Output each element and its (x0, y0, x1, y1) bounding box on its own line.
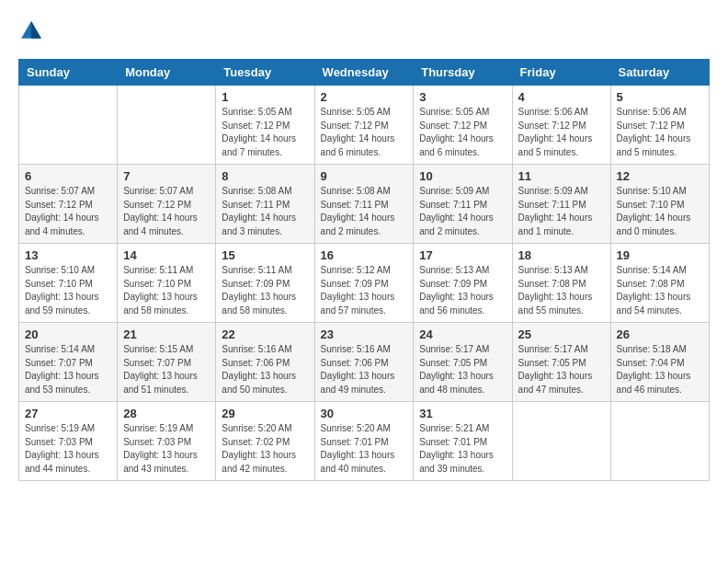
day-number: 11 (518, 169, 605, 183)
calendar-cell: 17Sunrise: 5:13 AM Sunset: 7:09 PM Dayli… (414, 244, 512, 323)
day-info: Sunrise: 5:06 AM Sunset: 7:12 PM Dayligh… (617, 106, 703, 159)
day-number: 10 (419, 169, 506, 183)
day-info: Sunrise: 5:12 AM Sunset: 7:09 PM Dayligh… (321, 264, 408, 317)
day-info: Sunrise: 5:14 AM Sunset: 7:07 PM Dayligh… (25, 343, 111, 396)
calendar-cell: 31Sunrise: 5:21 AM Sunset: 7:01 PM Dayli… (414, 402, 512, 481)
weekday-header-monday: Monday (118, 60, 216, 86)
day-info: Sunrise: 5:21 AM Sunset: 7:01 PM Dayligh… (419, 422, 506, 476)
day-number: 9 (321, 169, 408, 183)
calendar-cell (512, 402, 610, 481)
calendar-cell: 22Sunrise: 5:16 AM Sunset: 7:06 PM Dayli… (216, 323, 314, 402)
weekday-header-sunday: Sunday (19, 60, 118, 86)
day-info: Sunrise: 5:18 AM Sunset: 7:04 PM Dayligh… (617, 343, 703, 396)
day-info: Sunrise: 5:05 AM Sunset: 7:12 PM Dayligh… (222, 106, 308, 159)
day-number: 12 (617, 169, 703, 183)
day-info: Sunrise: 5:10 AM Sunset: 7:10 PM Dayligh… (617, 185, 703, 238)
weekday-header-thursday: Thursday (414, 60, 512, 86)
day-info: Sunrise: 5:17 AM Sunset: 7:05 PM Dayligh… (419, 343, 506, 396)
calendar-cell: 9Sunrise: 5:08 AM Sunset: 7:11 PM Daylig… (314, 165, 414, 244)
day-info: Sunrise: 5:14 AM Sunset: 7:08 PM Dayligh… (617, 264, 703, 317)
day-info: Sunrise: 5:19 AM Sunset: 7:03 PM Dayligh… (25, 422, 111, 476)
day-info: Sunrise: 5:05 AM Sunset: 7:12 PM Dayligh… (321, 106, 408, 159)
calendar-cell: 15Sunrise: 5:11 AM Sunset: 7:09 PM Dayli… (216, 244, 314, 323)
day-info: Sunrise: 5:06 AM Sunset: 7:12 PM Dayligh… (518, 106, 605, 159)
day-info: Sunrise: 5:20 AM Sunset: 7:01 PM Dayligh… (321, 422, 408, 476)
calendar-cell: 4Sunrise: 5:06 AM Sunset: 7:12 PM Daylig… (512, 86, 610, 165)
calendar-cell (118, 86, 216, 165)
day-number: 18 (518, 248, 605, 262)
calendar-week-2: 6Sunrise: 5:07 AM Sunset: 7:12 PM Daylig… (19, 165, 710, 244)
day-number: 26 (617, 327, 703, 341)
calendar-cell: 3Sunrise: 5:05 AM Sunset: 7:12 PM Daylig… (414, 86, 512, 165)
day-info: Sunrise: 5:09 AM Sunset: 7:11 PM Dayligh… (419, 185, 506, 238)
calendar-cell: 18Sunrise: 5:13 AM Sunset: 7:08 PM Dayli… (512, 244, 610, 323)
calendar-cell: 12Sunrise: 5:10 AM Sunset: 7:10 PM Dayli… (610, 165, 709, 244)
day-number: 30 (321, 407, 408, 420)
day-number: 14 (123, 248, 210, 262)
calendar-week-1: 1Sunrise: 5:05 AM Sunset: 7:12 PM Daylig… (19, 86, 710, 165)
day-number: 31 (419, 407, 506, 420)
weekday-header-wednesday: Wednesday (314, 60, 414, 86)
day-info: Sunrise: 5:07 AM Sunset: 7:12 PM Dayligh… (123, 185, 210, 238)
weekday-header-friday: Friday (512, 60, 610, 86)
logo-icon (18, 18, 44, 44)
calendar-cell: 21Sunrise: 5:15 AM Sunset: 7:07 PM Dayli… (118, 323, 216, 402)
calendar-table: SundayMondayTuesdayWednesdayThursdayFrid… (18, 59, 710, 481)
calendar-cell: 13Sunrise: 5:10 AM Sunset: 7:10 PM Dayli… (19, 244, 118, 323)
calendar-week-3: 13Sunrise: 5:10 AM Sunset: 7:10 PM Dayli… (19, 244, 710, 323)
day-info: Sunrise: 5:16 AM Sunset: 7:06 PM Dayligh… (321, 343, 408, 396)
day-info: Sunrise: 5:17 AM Sunset: 7:05 PM Dayligh… (518, 343, 605, 396)
day-number: 22 (222, 327, 308, 341)
calendar-cell: 28Sunrise: 5:19 AM Sunset: 7:03 PM Dayli… (118, 402, 216, 481)
calendar-cell: 29Sunrise: 5:20 AM Sunset: 7:02 PM Dayli… (216, 402, 314, 481)
day-info: Sunrise: 5:20 AM Sunset: 7:02 PM Dayligh… (222, 422, 308, 476)
day-number: 24 (419, 327, 506, 341)
calendar-body: 1Sunrise: 5:05 AM Sunset: 7:12 PM Daylig… (19, 86, 710, 481)
day-info: Sunrise: 5:08 AM Sunset: 7:11 PM Dayligh… (222, 185, 308, 238)
calendar-cell: 23Sunrise: 5:16 AM Sunset: 7:06 PM Dayli… (314, 323, 414, 402)
day-info: Sunrise: 5:07 AM Sunset: 7:12 PM Dayligh… (25, 185, 111, 238)
calendar-week-4: 20Sunrise: 5:14 AM Sunset: 7:07 PM Dayli… (19, 323, 710, 402)
day-number: 1 (222, 90, 308, 104)
calendar-header: SundayMondayTuesdayWednesdayThursdayFrid… (19, 60, 710, 86)
calendar-cell: 1Sunrise: 5:05 AM Sunset: 7:12 PM Daylig… (216, 86, 314, 165)
day-number: 13 (25, 248, 111, 262)
day-info: Sunrise: 5:10 AM Sunset: 7:10 PM Dayligh… (25, 264, 111, 317)
calendar-cell: 2Sunrise: 5:05 AM Sunset: 7:12 PM Daylig… (314, 86, 414, 165)
day-number: 16 (321, 248, 408, 262)
day-number: 28 (123, 407, 210, 420)
day-number: 19 (617, 248, 703, 262)
calendar-cell: 10Sunrise: 5:09 AM Sunset: 7:11 PM Dayli… (414, 165, 512, 244)
calendar-cell: 16Sunrise: 5:12 AM Sunset: 7:09 PM Dayli… (314, 244, 414, 323)
day-number: 8 (222, 169, 308, 183)
calendar-cell: 25Sunrise: 5:17 AM Sunset: 7:05 PM Dayli… (512, 323, 610, 402)
day-number: 27 (25, 407, 111, 420)
page-header (18, 18, 710, 44)
day-info: Sunrise: 5:08 AM Sunset: 7:11 PM Dayligh… (321, 185, 408, 238)
day-number: 21 (123, 327, 210, 341)
day-number: 5 (617, 90, 703, 104)
day-number: 29 (222, 407, 308, 420)
day-info: Sunrise: 5:19 AM Sunset: 7:03 PM Dayligh… (123, 422, 210, 476)
day-info: Sunrise: 5:11 AM Sunset: 7:10 PM Dayligh… (123, 264, 210, 317)
calendar-cell (610, 402, 709, 481)
day-number: 3 (419, 90, 506, 104)
day-info: Sunrise: 5:15 AM Sunset: 7:07 PM Dayligh… (123, 343, 210, 396)
calendar-cell: 6Sunrise: 5:07 AM Sunset: 7:12 PM Daylig… (19, 165, 118, 244)
calendar-cell: 11Sunrise: 5:09 AM Sunset: 7:11 PM Dayli… (512, 165, 610, 244)
day-info: Sunrise: 5:13 AM Sunset: 7:08 PM Dayligh… (518, 264, 605, 317)
calendar-cell: 24Sunrise: 5:17 AM Sunset: 7:05 PM Dayli… (414, 323, 512, 402)
day-number: 15 (222, 248, 308, 262)
day-number: 23 (321, 327, 408, 341)
logo (18, 18, 48, 44)
weekday-row: SundayMondayTuesdayWednesdayThursdayFrid… (19, 60, 710, 86)
calendar-cell: 8Sunrise: 5:08 AM Sunset: 7:11 PM Daylig… (216, 165, 314, 244)
day-info: Sunrise: 5:13 AM Sunset: 7:09 PM Dayligh… (419, 264, 506, 317)
weekday-header-saturday: Saturday (610, 60, 709, 86)
day-info: Sunrise: 5:16 AM Sunset: 7:06 PM Dayligh… (222, 343, 308, 396)
calendar-cell: 19Sunrise: 5:14 AM Sunset: 7:08 PM Dayli… (610, 244, 709, 323)
day-number: 2 (321, 90, 408, 104)
calendar-cell: 20Sunrise: 5:14 AM Sunset: 7:07 PM Dayli… (19, 323, 118, 402)
day-number: 25 (518, 327, 605, 341)
calendar-cell: 14Sunrise: 5:11 AM Sunset: 7:10 PM Dayli… (118, 244, 216, 323)
